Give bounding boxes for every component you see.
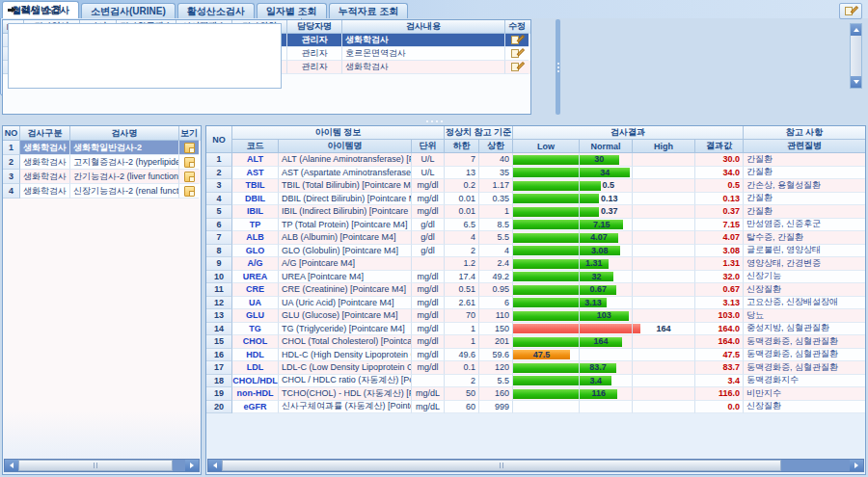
- result-row[interactable]: 5IBILIBIL (Indirect Bilirubin) [Pointcar…: [206, 205, 865, 219]
- result-high-cell: 164: [633, 323, 695, 336]
- result-unit: mg/dl: [412, 179, 445, 193]
- group-no: 1: [3, 141, 20, 155]
- opinion-textarea[interactable]: [8, 23, 282, 89]
- view-note-icon[interactable]: [184, 172, 195, 182]
- result-low-bound: 0.01: [445, 193, 479, 206]
- result-code: non-HDL: [232, 387, 279, 401]
- result-row[interactable]: 12UAUA (Uric Acid) [Pointcare M4]mg/dl2.…: [206, 297, 865, 310]
- result-row[interactable]: 17LDLLDL-C (Low Density Lipoprotein Chmg…: [206, 361, 865, 375]
- result-high-cell: [633, 257, 695, 271]
- result-normal-cell: [580, 349, 633, 362]
- result-row[interactable]: 2ASTAST (Aspartate Aminotransferase) [U/…: [206, 167, 865, 180]
- edit-visit-icon[interactable]: [511, 62, 523, 72]
- result-code: A/G: [232, 257, 279, 271]
- result-row[interactable]: 11CRECRE (Creatinine) [Pointcare M4]mg/d…: [206, 283, 865, 297]
- result-row[interactable]: 6TPTP (Total Protein) [Pointcare M4]g/dl…: [206, 219, 865, 232]
- result-high-cell: [633, 375, 695, 388]
- result-row[interactable]: 10UREAUREA [Pointcare M4]mg/dl17.449.232…: [206, 271, 865, 284]
- result-value: 47.5: [695, 349, 744, 362]
- opinion-scrollbar[interactable]: [850, 23, 862, 89]
- result-row[interactable]: 19non-HDLTCHO(CHOL) - HDL (자동계산) [Poimg/…: [206, 387, 865, 401]
- result-low-bound: 60: [445, 401, 479, 414]
- result-low-cell: 47.5: [513, 349, 580, 362]
- view-note-icon[interactable]: [184, 143, 195, 153]
- result-low-bound: 0.01: [445, 205, 479, 219]
- col-high-bound: 상한: [479, 140, 513, 153]
- results-hscrollbar[interactable]: [207, 459, 864, 472]
- result-no: 11: [206, 283, 232, 297]
- scroll-down-button[interactable]: [851, 76, 861, 88]
- result-normal-cell: 1.31: [580, 257, 633, 271]
- edit-visit-icon[interactable]: [511, 48, 523, 59]
- test-group-row[interactable]: 3생화학검사간기능검사-2 (liver function tes: [3, 170, 201, 184]
- result-row[interactable]: 18CHOL/HDLCHOL / HDLC ratio (자동계산) [Poin…: [206, 375, 865, 388]
- scroll-track[interactable]: [173, 460, 185, 471]
- result-row[interactable]: 7ALBALB (Albumin) [Pointcare M4]g/dl45.5…: [206, 231, 865, 245]
- visit-edit-cell: [505, 47, 529, 61]
- scroll-track[interactable]: [781, 460, 850, 471]
- edit-visit-icon[interactable]: [511, 35, 523, 45]
- result-item-name: UREA [Pointcare M4]: [279, 271, 412, 284]
- result-item-name: ALB (Albumin) [Pointcare M4]: [279, 231, 412, 245]
- result-row[interactable]: 13GLUGLU (Glucose) [Pointcare M4]mg/dl70…: [206, 309, 865, 323]
- result-row[interactable]: 16HDLHDL-C (High Density Lipoprotein Chm…: [206, 349, 865, 362]
- result-bar-green: [513, 194, 579, 203]
- result-code: ALB: [232, 231, 279, 245]
- result-row[interactable]: 9A/GA/G [Pointcare M4]1.22.41.311.31영양상태…: [206, 257, 865, 271]
- group-category: 생화학검사: [20, 155, 70, 170]
- horizontal-splitter[interactable]: [0, 117, 868, 125]
- tab-by-date[interactable]: 일자별 조회: [257, 3, 327, 18]
- result-low-bound: 1.2: [445, 257, 479, 271]
- view-note-icon[interactable]: [184, 186, 195, 197]
- result-unit: mg/dl: [412, 283, 445, 297]
- scroll-left-button[interactable]: [5, 460, 18, 471]
- scroll-thumb[interactable]: [18, 460, 173, 471]
- result-bar-red: [513, 324, 579, 333]
- result-row[interactable]: 14TGTG (Triglyceride) [Pointcare M4]mg/d…: [206, 323, 865, 336]
- col-view: 보기: [179, 126, 199, 141]
- result-unit: g/dl: [412, 219, 445, 232]
- group-hscrollbar[interactable]: [4, 459, 200, 472]
- tab-oxygen[interactable]: 활성산소검사: [177, 3, 255, 18]
- result-row[interactable]: 1ALTALT (Alanine Aminotransferase) [PoU/…: [206, 153, 865, 167]
- result-code: TG: [232, 323, 279, 336]
- test-group-row[interactable]: 2생화학검사고지혈증검사-2 (hyperlipidemi: [3, 155, 201, 170]
- result-unit: [412, 257, 445, 271]
- result-row[interactable]: 8GLOGLO (Globulin) [Pointcare M4]g/dl243…: [206, 245, 865, 258]
- tab-urine[interactable]: 소변검사(URINE): [81, 3, 176, 18]
- top-tab-bar: 혈액일반검사 소변검사(URINE) 활성산소검사 일자별 조회 누적자료 조회: [0, 0, 868, 18]
- result-low-cell: [513, 193, 580, 206]
- result-value: 0.5: [695, 179, 744, 193]
- scroll-right-button[interactable]: [850, 460, 863, 471]
- result-row[interactable]: 20eGFR신사구체여과률 (자동계산) [Pointcarmg/dL60999…: [206, 401, 865, 414]
- result-bar-green: [513, 181, 579, 191]
- scroll-up-button[interactable]: [851, 24, 861, 36]
- result-low-bound: 7: [445, 153, 479, 167]
- result-row[interactable]: 4DBILDBIL (Direct Bilirubin) [Pointcare …: [206, 193, 865, 206]
- result-row[interactable]: 3TBILTBIL (Total Bilirubin) [Pointcare M…: [206, 179, 865, 193]
- result-unit: mg/dL: [412, 387, 445, 401]
- scroll-right-button[interactable]: [185, 460, 199, 471]
- result-value: 164.0: [695, 335, 744, 349]
- view-note-icon[interactable]: [184, 157, 195, 168]
- visit-staff: 관리자: [287, 61, 342, 74]
- col-edit: 수정: [505, 20, 529, 34]
- result-value: 1.31: [695, 257, 744, 271]
- scroll-thumb[interactable]: [222, 460, 781, 471]
- opinion-edit-button[interactable]: [839, 3, 862, 19]
- vertical-splitter[interactable]: [556, 19, 560, 115]
- result-high-bound: 0.95: [479, 283, 513, 297]
- result-normal-cell: 0.37: [580, 205, 633, 219]
- bar-value-label: 164: [580, 335, 622, 349]
- result-row[interactable]: 15CHOLCHOL (Total Cholesterol) [Pointcar…: [206, 335, 865, 349]
- test-group-row[interactable]: 4생화학검사신장기능검사-2 (renal function: [3, 184, 201, 199]
- group-result: 검사결과: [513, 126, 744, 140]
- result-low-cell: [513, 309, 580, 323]
- scroll-left-button[interactable]: [208, 460, 222, 471]
- result-item-name: TCHO(CHOL) - HDL (자동계산) [Poi: [279, 387, 412, 401]
- test-group-row[interactable]: 1생화학검사생화학일반검사-2: [3, 141, 201, 155]
- tab-cumulative[interactable]: 누적자료 조회: [329, 3, 409, 18]
- group-view-cell: [179, 141, 199, 155]
- result-bar-green: [513, 233, 579, 243]
- result-value: 0.67: [695, 283, 744, 297]
